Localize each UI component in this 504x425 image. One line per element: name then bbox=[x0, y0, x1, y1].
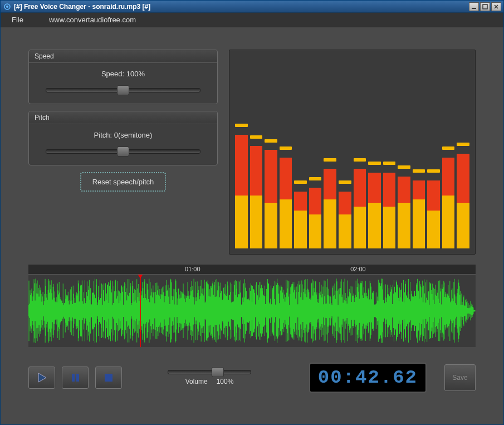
speed-slider-thumb[interactable] bbox=[117, 85, 129, 95]
spectrum-bar bbox=[457, 154, 469, 248]
stop-button[interactable] bbox=[95, 367, 122, 389]
svg-rect-5 bbox=[76, 374, 79, 382]
waveform-display[interactable] bbox=[28, 275, 476, 347]
volume-label: Volume bbox=[185, 378, 208, 385]
svg-rect-3 bbox=[483, 4, 487, 9]
pitch-header: Pitch bbox=[29, 111, 217, 124]
volume-slider-thumb[interactable] bbox=[212, 367, 224, 377]
save-button[interactable]: Save bbox=[444, 364, 476, 391]
spectrum-bar bbox=[339, 192, 351, 248]
playhead-marker-icon bbox=[138, 275, 143, 279]
spectrum-bar bbox=[442, 158, 455, 248]
timeline-mark: 02:00 bbox=[350, 266, 366, 272]
pause-button[interactable] bbox=[62, 367, 89, 389]
minimize-button[interactable] bbox=[469, 2, 479, 11]
volume-slider[interactable] bbox=[168, 370, 251, 374]
menu-url[interactable]: www.convertaudiofree.com bbox=[45, 13, 140, 26]
spectrum-bar bbox=[265, 150, 277, 248]
pitch-panel: Pitch Pitch: 0(semitone) bbox=[28, 111, 218, 165]
menubar: File www.convertaudiofree.com bbox=[1, 13, 503, 27]
spectrum-bar bbox=[413, 180, 425, 248]
volume-value: 100% bbox=[217, 378, 234, 385]
menu-file[interactable]: File bbox=[7, 13, 28, 26]
spectrum-bar bbox=[427, 180, 440, 248]
pitch-slider-thumb[interactable] bbox=[117, 146, 129, 157]
spectrum-bar bbox=[354, 169, 366, 248]
close-button[interactable] bbox=[491, 2, 501, 11]
spectrum-bar bbox=[309, 188, 322, 248]
spectrum-bar bbox=[250, 146, 263, 248]
reset-button[interactable]: Reset speech/pitch bbox=[80, 172, 167, 192]
speed-slider[interactable] bbox=[46, 88, 200, 92]
speed-header: Speed bbox=[29, 50, 217, 63]
spectrum-bar bbox=[368, 173, 381, 248]
maximize-button[interactable] bbox=[480, 2, 490, 11]
spectrum-bar bbox=[324, 169, 336, 248]
window-title: [#] Free Voice Changer - sonraid.ru.mp3 … bbox=[14, 3, 469, 11]
spectrum-bar bbox=[235, 135, 248, 248]
spectrum-visualizer bbox=[229, 50, 476, 255]
titlebar: [#] Free Voice Changer - sonraid.ru.mp3 … bbox=[1, 1, 503, 13]
pitch-label: Pitch: 0(semitone) bbox=[40, 131, 206, 139]
timeline-ruler[interactable]: 01:0002:00 bbox=[28, 265, 476, 275]
spectrum-bar bbox=[294, 192, 307, 248]
app-icon bbox=[3, 2, 12, 11]
app-window: [#] Free Voice Changer - sonraid.ru.mp3 … bbox=[0, 0, 504, 425]
svg-point-1 bbox=[6, 6, 8, 8]
time-display: 00:42.62 bbox=[309, 363, 427, 393]
svg-rect-6 bbox=[105, 374, 112, 382]
speed-panel: Speed Speed: 100% bbox=[28, 50, 218, 104]
spectrum-bar bbox=[383, 173, 396, 248]
playhead[interactable] bbox=[140, 275, 141, 347]
play-button[interactable] bbox=[28, 367, 55, 389]
timeline-mark: 01:00 bbox=[185, 266, 200, 272]
svg-rect-2 bbox=[472, 8, 476, 9]
svg-rect-4 bbox=[72, 374, 75, 382]
spectrum-bar bbox=[398, 177, 410, 248]
speed-label: Speed: 100% bbox=[40, 70, 206, 78]
spectrum-bar bbox=[280, 158, 292, 248]
pitch-slider[interactable] bbox=[46, 149, 200, 154]
